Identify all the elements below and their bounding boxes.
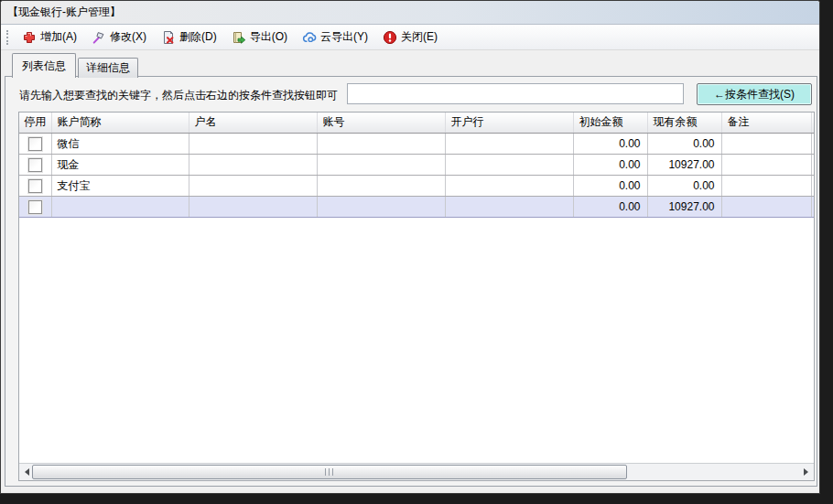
cell-note [721,176,811,197]
header-row: 停用 账户简称 户名 账号 开户行 初始金额 现有余额 备注 [19,113,814,134]
disable-checkbox[interactable] [28,179,42,193]
delete-icon [161,30,176,45]
disable-checkbox[interactable] [28,158,42,172]
cell-bank [445,155,573,176]
search-by-condition-button[interactable]: ←按条件查找(S) [697,83,812,105]
close-icon [383,30,397,45]
cell-holder [189,155,317,176]
col-header-note[interactable]: 备注 [721,113,811,134]
tab-detail-info[interactable]: 详细信息 [78,58,138,78]
cell-holder [189,176,317,197]
col-header-account-name[interactable]: 账户简称 [51,113,189,134]
delete-button-label: 删除(D) [179,29,217,45]
cell-initial-amount: 0.00 [573,134,647,155]
disable-checkbox[interactable] [28,200,42,214]
cell-note [721,134,811,155]
list-info-panel: 请先输入想要查找的关键字，然后点击右边的按条件查找按钮即可 ←按条件查找(S) … [5,76,817,487]
toolbar: 增加(A) 修改(X) 删除(D) 导出(O) 云导出(Y) 关闭(E) [1,25,819,50]
tab-detail-info-label: 详细信息 [86,60,130,76]
cloud-export-button-label: 云导出(Y) [320,29,368,45]
cell-current-balance: 0.00 [647,176,721,197]
horizontal-scrollbar[interactable] [19,463,814,480]
cell-bank [445,134,573,155]
window-title: 【现金银行-账户管理】 [7,5,121,20]
edit-button[interactable]: 修改(X) [84,27,154,48]
export-button[interactable]: 导出(O) [224,27,295,48]
scrollbar-grip-icon [325,468,335,476]
scrollbar-thumb[interactable] [32,465,627,479]
col-header-initial-amount[interactable]: 初始金额 [573,113,647,134]
cloud-export-icon [302,30,317,45]
export-icon [232,30,246,45]
tab-list-info-label: 列表信息 [22,59,66,74]
col-header-filler [811,113,814,134]
col-header-current-balance[interactable]: 现有余额 [647,113,721,134]
cell-account-name: 支付宝 [51,176,189,197]
add-button-label: 增加(A) [40,29,77,45]
titlebar: 【现金银行-账户管理】 [1,1,819,25]
summary-row[interactable]: 0.00 10927.00 [19,197,814,218]
cell-current-balance: 0.00 [647,134,721,155]
cell-account-name: 微信 [51,134,189,155]
cell-note [721,155,811,176]
cell-account-no [317,155,445,176]
accounts-grid: 停用 账户简称 户名 账号 开户行 初始金额 现有余额 备注 微信 [18,112,815,481]
cell-bank [445,176,573,197]
summary-current-balance: 10927.00 [647,197,721,218]
col-header-holder[interactable]: 户名 [189,113,317,134]
account-management-window: 【现金银行-账户管理】 增加(A) 修改(X) 删除(D) 导出(O) 云导出(… [0,0,820,494]
edit-icon [92,30,106,45]
cell-current-balance: 10927.00 [647,155,721,176]
search-hint-label: 请先输入想要查找的关键字，然后点击右边的按条件查找按钮即可 [19,88,338,103]
disable-checkbox[interactable] [28,137,42,151]
col-header-disabled[interactable]: 停用 [19,113,51,134]
add-button[interactable]: 增加(A) [15,27,84,48]
close-button[interactable]: 关闭(E) [375,27,445,48]
col-header-account-no[interactable]: 账号 [317,113,445,134]
cell-initial-amount: 0.00 [573,176,647,197]
export-button-label: 导出(O) [250,29,287,45]
col-header-bank[interactable]: 开户行 [445,113,573,134]
cell-initial-amount: 0.00 [573,155,647,176]
cell-account-no [317,134,445,155]
toolbar-grip-handle[interactable] [6,30,10,45]
cell-holder [189,134,317,155]
cell-account-no [317,176,445,197]
close-button-label: 关闭(E) [401,29,438,45]
edit-button-label: 修改(X) [110,29,146,45]
desktop: { "window": { "title": "【现金银行-账户管理】" }, … [0,0,833,504]
table-row-wechat[interactable]: 微信 0.00 0.00 [19,134,814,155]
delete-button[interactable]: 删除(D) [154,27,224,48]
add-icon [22,30,37,45]
cloud-export-button[interactable]: 云导出(Y) [295,27,375,48]
tab-list-info[interactable]: 列表信息 [12,53,76,78]
table-row-alipay[interactable]: 支付宝 0.00 0.00 [19,176,814,197]
scroll-left-arrow-icon[interactable] [25,468,29,476]
table-row-cash[interactable]: 现金 0.00 10927.00 [19,155,814,176]
search-input[interactable] [347,83,684,104]
cell-account-name: 现金 [51,155,189,176]
summary-initial-amount: 0.00 [573,197,647,218]
scroll-right-arrow-icon[interactable] [804,468,808,476]
tabstrip: 列表信息 详细信息 [12,53,140,78]
accounts-table: 停用 账户简称 户名 账号 开户行 初始金额 现有余额 备注 微信 [19,113,814,218]
